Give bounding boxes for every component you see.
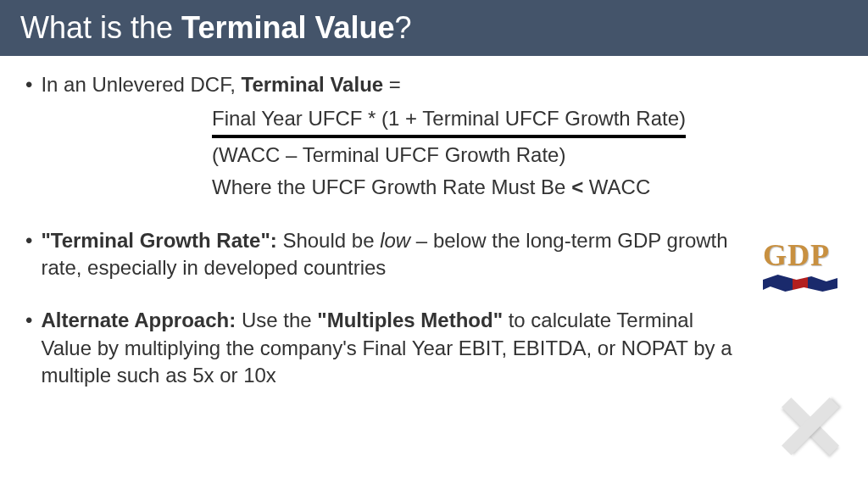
formula-numerator: Final Year UFCF * (1 + Terminal UFCF Gro… bbox=[212, 105, 686, 137]
bullet-item-1: • In an Unlevered DCF, Terminal Value = bbox=[25, 71, 843, 98]
bullet-dot: • bbox=[25, 307, 32, 389]
title-prefix: What is the bbox=[20, 10, 181, 45]
bullet-dot: • bbox=[25, 227, 32, 282]
constraint-post: WACC bbox=[583, 175, 650, 198]
bullet-item-2: • "Terminal Growth Rate": Should be low … bbox=[25, 227, 843, 282]
b3-t1: Use the bbox=[236, 309, 317, 331]
formula-constraint: Where the UFCF Growth Rate Must Be < WAC… bbox=[212, 174, 843, 201]
gdp-icon: GDP bbox=[763, 237, 844, 297]
b3-bold1: Alternate Approach: bbox=[41, 309, 236, 331]
bullet-item-3: • Alternate Approach: Use the "Multiples… bbox=[25, 307, 843, 389]
bullet-text-1: In an Unlevered DCF, Terminal Value = bbox=[41, 71, 843, 98]
b3-bold2: "Multiples Method" bbox=[317, 309, 503, 331]
b2-pre: Should be bbox=[277, 229, 380, 252]
b1-bold: Terminal Value bbox=[242, 73, 384, 96]
b1-prefix: In an Unlevered DCF, bbox=[41, 73, 241, 96]
formula-denominator: (WACC – Terminal UFCF Growth Rate) bbox=[212, 142, 843, 169]
bullet-dot: • bbox=[25, 71, 32, 98]
gdp-label: GDP bbox=[763, 237, 844, 273]
constraint-op: < bbox=[571, 175, 583, 198]
title-suffix: ? bbox=[395, 10, 412, 45]
b2-bold: "Terminal Growth Rate": bbox=[41, 229, 276, 252]
bullet-text-2: "Terminal Growth Rate": Should be low – … bbox=[41, 227, 744, 282]
multiply-x-icon bbox=[782, 398, 839, 455]
constraint-pre: Where the UFCF Growth Rate Must Be bbox=[212, 175, 571, 198]
title-emphasis: Terminal Value bbox=[181, 10, 394, 45]
bullet-text-3: Alternate Approach: Use the "Multiples M… bbox=[41, 307, 744, 389]
slide-title: What is the Terminal Value? bbox=[0, 0, 868, 56]
terminal-value-formula: Final Year UFCF * (1 + Terminal UFCF Gro… bbox=[212, 105, 843, 201]
b1-suffix: = bbox=[383, 73, 401, 96]
b2-italic: low bbox=[380, 229, 410, 252]
gdp-flag-graphic bbox=[763, 275, 837, 292]
slide-body: • In an Unlevered DCF, Terminal Value = … bbox=[0, 56, 868, 412]
